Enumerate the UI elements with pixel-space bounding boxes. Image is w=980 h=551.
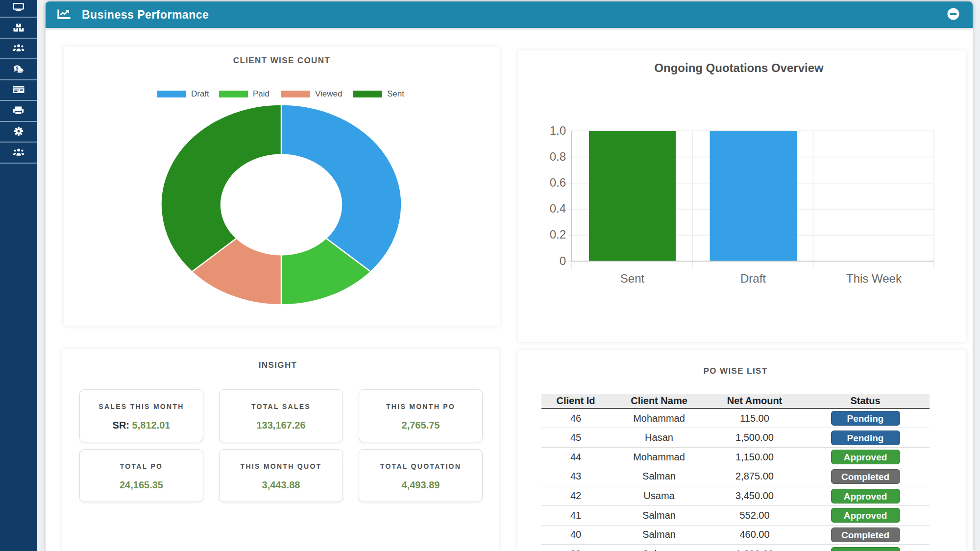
svg-text:0.6: 0.6 [550,176,566,189]
svg-text:0.2: 0.2 [550,228,566,241]
svg-text:0.8: 0.8 [550,150,566,163]
svg-text:0: 0 [560,254,566,267]
svg-text:Ongoing Quotations Overview: Ongoing Quotations Overview [654,61,824,74]
svg-text:1.0: 1.0 [550,124,566,137]
svg-text:This Week: This Week [846,272,902,285]
svg-text:0.4: 0.4 [550,202,566,215]
svg-text:Sent: Sent [620,272,645,285]
svg-text:Draft: Draft [740,272,766,285]
